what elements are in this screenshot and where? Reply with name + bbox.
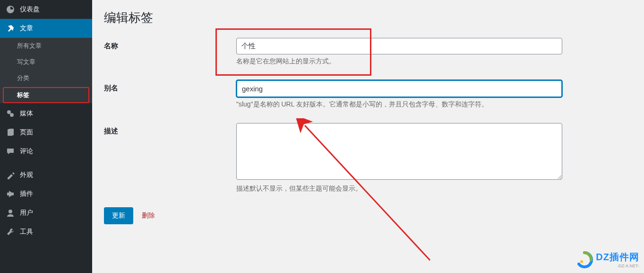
submenu-tags[interactable]: 标签 bbox=[3, 87, 89, 103]
desc-label: 描述 bbox=[104, 123, 236, 136]
slug-input[interactable] bbox=[236, 80, 562, 97]
update-button[interactable]: 更新 bbox=[104, 207, 133, 224]
svg-point-1 bbox=[10, 113, 14, 117]
slug-help: "slug"是名称的 URL 友好版本。它通常都是小写的，并且只包含字母、数字和… bbox=[236, 100, 562, 109]
menu-label: 工具 bbox=[20, 228, 33, 236]
menu-label: 用户 bbox=[20, 209, 33, 217]
menu-label: 评论 bbox=[20, 147, 33, 156]
name-help: 名称是它在您网站上的显示方式。 bbox=[236, 57, 562, 66]
menu-tools[interactable]: 工具 bbox=[0, 222, 92, 241]
page-title: 编辑标签 bbox=[104, 9, 632, 26]
slug-row: 别名 "slug"是名称的 URL 友好版本。它通常都是小写的，并且只包含字母、… bbox=[104, 80, 632, 109]
desc-help: 描述默认不显示，但某些主题可能会显示。 bbox=[236, 185, 562, 193]
watermark-subtext: -DZ-X.NET- bbox=[596, 264, 639, 268]
submenu-categories[interactable]: 分类 bbox=[0, 70, 92, 86]
menu-dashboard[interactable]: 仪表盘 bbox=[0, 0, 92, 19]
menu-media[interactable]: 媒体 bbox=[0, 104, 92, 123]
desc-textarea[interactable] bbox=[236, 123, 562, 180]
slug-label: 别名 bbox=[104, 80, 236, 93]
menu-label: 文章 bbox=[20, 24, 33, 33]
appearance-icon bbox=[6, 170, 15, 180]
media-icon bbox=[6, 109, 15, 118]
watermark-text: DZ插件网 bbox=[596, 251, 639, 264]
watermark: DZ插件网 -DZ-X.NET- bbox=[576, 251, 639, 268]
submenu-new-post[interactable]: 写文章 bbox=[0, 54, 92, 70]
menu-pages[interactable]: 页面 bbox=[0, 123, 92, 142]
menu-label: 外观 bbox=[20, 171, 33, 179]
name-label: 名称 bbox=[104, 38, 236, 51]
name-input[interactable] bbox=[236, 38, 562, 54]
menu-comments[interactable]: 评论 bbox=[0, 142, 92, 161]
menu-posts[interactable]: 文章 bbox=[0, 19, 92, 38]
tools-icon bbox=[6, 227, 15, 237]
comments-icon bbox=[6, 147, 15, 156]
menu-users[interactable]: 用户 bbox=[0, 203, 92, 222]
menu-label: 媒体 bbox=[20, 109, 33, 118]
svg-rect-4 bbox=[9, 129, 14, 135]
form-actions: 更新 删除 bbox=[104, 207, 632, 224]
admin-sidebar: 仪表盘 文章 所有文章 写文章 分类 标签 媒体 页面 评论 外观 bbox=[0, 0, 92, 273]
desc-row: 描述 描述默认不显示，但某些主题可能会显示。 bbox=[104, 123, 632, 193]
delete-link[interactable]: 删除 bbox=[142, 211, 155, 220]
menu-label: 页面 bbox=[20, 128, 33, 137]
svg-point-5 bbox=[9, 210, 12, 213]
pin-icon bbox=[6, 24, 15, 33]
menu-label: 插件 bbox=[20, 190, 33, 198]
menu-plugins[interactable]: 插件 bbox=[0, 185, 92, 203]
menu-appearance[interactable]: 外观 bbox=[0, 166, 92, 185]
svg-point-7 bbox=[580, 260, 583, 263]
pages-icon bbox=[6, 128, 15, 137]
posts-submenu: 所有文章 写文章 分类 标签 bbox=[0, 38, 92, 103]
dashboard-icon bbox=[6, 5, 15, 14]
menu-label: 仪表盘 bbox=[20, 5, 40, 14]
name-row: 名称 名称是它在您网站上的显示方式。 bbox=[104, 38, 632, 66]
plugins-icon bbox=[6, 189, 15, 199]
watermark-logo-icon bbox=[576, 251, 593, 268]
submenu-all-posts[interactable]: 所有文章 bbox=[0, 38, 92, 54]
svg-point-0 bbox=[7, 110, 11, 114]
main-content: 编辑标签 名称 名称是它在您网站上的显示方式。 别名 "slug"是名称的 UR… bbox=[92, 0, 644, 234]
users-icon bbox=[6, 208, 15, 218]
